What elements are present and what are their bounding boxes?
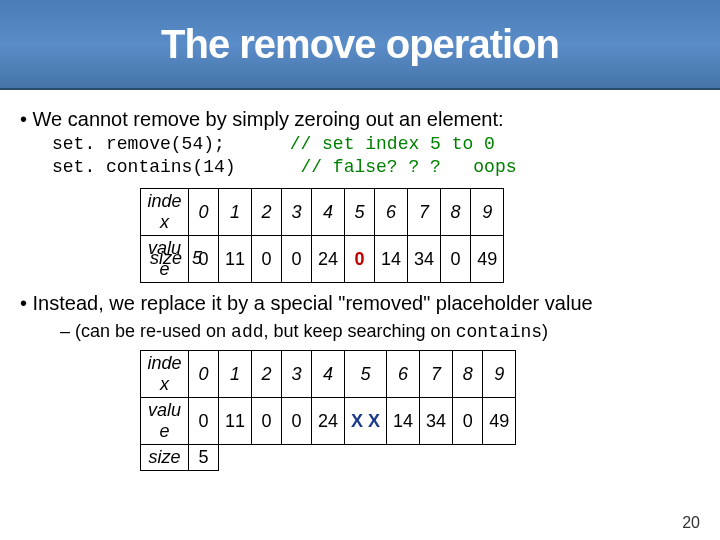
t2-i7: 7 — [420, 351, 453, 398]
title-bar: The remove operation — [0, 0, 720, 90]
t1-v1: 11 — [219, 236, 252, 283]
code-comment-2: // false? ? ? oops — [300, 157, 516, 177]
size-row-1: size 5 — [150, 248, 202, 269]
code-line-2a: set. contains(14) — [52, 157, 236, 177]
t1-i5: 5 — [345, 189, 375, 236]
t2-i8: 8 — [453, 351, 483, 398]
size-val-2: 5 — [189, 445, 219, 471]
mono-add: add — [231, 322, 263, 342]
t1-v9: 49 — [471, 236, 504, 283]
t2-v6: 14 — [387, 398, 420, 445]
t2-v4: 24 — [312, 398, 345, 445]
slide-title: The remove operation — [161, 22, 559, 67]
code-line-1a: set. remove(54); — [52, 134, 225, 154]
t1-i4: 4 — [312, 189, 345, 236]
t1-i2: 2 — [252, 189, 282, 236]
label-index-1: inde x — [141, 189, 189, 236]
label-value-2: valu e — [141, 398, 189, 445]
t1-i6: 6 — [375, 189, 408, 236]
array-table-2: inde x 0 1 2 3 4 5 6 7 8 9 valu e 0 11 0… — [140, 350, 516, 471]
table-2-wrap: inde x 0 1 2 3 4 5 6 7 8 9 valu e 0 11 0… — [140, 350, 700, 471]
t2-i5: 5 — [345, 351, 387, 398]
sub-a: – (can be re-used on — [60, 321, 231, 341]
bullet-2: • Instead, we replace it by a special "r… — [20, 292, 593, 315]
code-block: set. remove(54); // set index 5 to 0 set… — [52, 133, 700, 178]
t1-i9: 9 — [471, 189, 504, 236]
t2-v1: 11 — [219, 398, 252, 445]
table-1-wrap: inde x 0 1 2 3 4 5 6 7 8 9 valu e 0 11 0… — [140, 188, 700, 283]
t2-i3: 3 — [282, 351, 312, 398]
t1-v8: 0 — [441, 236, 471, 283]
t1-i1: 1 — [219, 189, 252, 236]
sub-bullet: – (can be re-used on add, but keep searc… — [60, 321, 700, 342]
t2-v7: 34 — [420, 398, 453, 445]
t2-v8: 0 — [453, 398, 483, 445]
t2-v5: X X — [345, 398, 387, 445]
t2-i6: 6 — [387, 351, 420, 398]
slide-body: • We cannot remove by simply zeroing out… — [0, 90, 720, 481]
t2-i1: 1 — [219, 351, 252, 398]
label-index-2: inde x — [141, 351, 189, 398]
t1-i3: 3 — [282, 189, 312, 236]
t1-v7: 34 — [408, 236, 441, 283]
bullet-1: • We cannot remove by simply zeroing out… — [20, 108, 700, 131]
mono-contains: contains — [456, 322, 542, 342]
t1-v4: 24 — [312, 236, 345, 283]
t2-i4: 4 — [312, 351, 345, 398]
t2-i0: 0 — [189, 351, 219, 398]
sub-b: , but keep searching on — [264, 321, 456, 341]
t1-v6: 14 — [375, 236, 408, 283]
t1-i8: 8 — [441, 189, 471, 236]
sub-c: ) — [542, 321, 548, 341]
t2-v0: 0 — [189, 398, 219, 445]
page-number: 20 — [682, 514, 700, 532]
size-val-1: 5 — [192, 248, 202, 268]
t1-i0: 0 — [189, 189, 219, 236]
t2-v3: 0 — [282, 398, 312, 445]
t1-i7: 7 — [408, 189, 441, 236]
label-size-1: size — [150, 248, 182, 268]
label-size-2: size — [141, 445, 189, 471]
t1-v2: 0 — [252, 236, 282, 283]
t2-v2: 0 — [252, 398, 282, 445]
t2-i2: 2 — [252, 351, 282, 398]
t1-v5: 0 — [345, 236, 375, 283]
code-comment-1: // set index 5 to 0 — [290, 134, 495, 154]
t1-v3: 0 — [282, 236, 312, 283]
t2-i9: 9 — [483, 351, 516, 398]
t2-v9: 49 — [483, 398, 516, 445]
